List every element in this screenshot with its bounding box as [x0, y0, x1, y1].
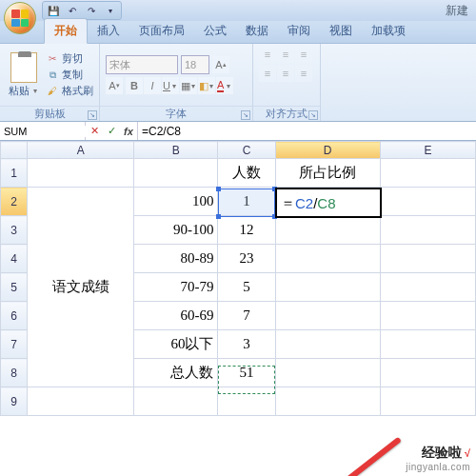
cell-d6[interactable]: [275, 302, 380, 330]
cell-d8[interactable]: [275, 359, 380, 387]
format-painter-button[interactable]: 🖌格式刷: [46, 84, 93, 98]
fill-color-button[interactable]: ◧▾: [198, 77, 215, 94]
select-all-corner[interactable]: [1, 142, 28, 159]
tab-addins[interactable]: 加载项: [362, 19, 415, 43]
cell-b7[interactable]: 60以下: [134, 330, 218, 359]
font-size-combo[interactable]: 18: [181, 55, 209, 74]
cell-b3[interactable]: 90-100: [134, 216, 218, 245]
font-name-combo[interactable]: 宋体: [106, 55, 178, 74]
save-icon[interactable]: 💾: [47, 4, 60, 17]
row-header-2[interactable]: 2: [1, 188, 28, 216]
tab-home[interactable]: 开始: [44, 18, 88, 44]
cell-b9[interactable]: [134, 387, 218, 416]
tab-insert[interactable]: 插入: [88, 19, 129, 43]
cell-d3[interactable]: [275, 216, 380, 245]
cell-c7[interactable]: 3: [218, 330, 275, 359]
cell-c2[interactable]: 1: [218, 188, 275, 216]
group-alignment: ≡ ≡ ≡ ≡ ≡ ≡ 对齐方式↘: [253, 44, 321, 121]
decrease-font-icon[interactable]: A▾: [106, 77, 123, 94]
cell-c3[interactable]: 12: [218, 216, 275, 245]
cell-c4[interactable]: 23: [218, 245, 275, 273]
align-center-icon[interactable]: ≡: [277, 65, 294, 82]
cell-b6[interactable]: 60-69: [134, 302, 218, 330]
cell-b8[interactable]: 总人数: [134, 359, 218, 387]
italic-button[interactable]: I: [144, 77, 161, 94]
row-header-6[interactable]: 6: [1, 302, 28, 330]
col-header-d[interactable]: D: [275, 142, 380, 159]
col-header-c[interactable]: C: [218, 142, 275, 159]
formula-input[interactable]: [138, 122, 476, 140]
paste-label: 粘贴: [9, 84, 30, 98]
align-bottom-icon[interactable]: ≡: [295, 46, 312, 63]
cell-e1[interactable]: [380, 159, 475, 188]
fx-icon[interactable]: fx: [120, 126, 137, 137]
cell-b5[interactable]: 70-79: [134, 273, 218, 302]
cell-b4[interactable]: 80-89: [134, 245, 218, 273]
cut-button[interactable]: ✂剪切: [46, 51, 93, 66]
cancel-formula-icon[interactable]: ✕: [86, 125, 103, 137]
cell-c6[interactable]: 7: [218, 302, 275, 330]
align-left-icon[interactable]: ≡: [259, 65, 276, 82]
cell-e6[interactable]: [380, 302, 475, 330]
cell-d4[interactable]: [275, 245, 380, 273]
qat-dropdown-icon[interactable]: ▾: [104, 4, 117, 17]
clipboard-dialog-launcher[interactable]: ↘: [88, 110, 97, 120]
cell-a1[interactable]: [28, 159, 134, 188]
cell-a9[interactable]: [28, 387, 134, 416]
row-header-7[interactable]: 7: [1, 330, 28, 359]
align-top-icon[interactable]: ≡: [259, 46, 276, 63]
copy-button[interactable]: ⧉复制: [46, 68, 93, 82]
tab-page-layout[interactable]: 页面布局: [129, 19, 194, 43]
cell-e2[interactable]: [380, 188, 475, 216]
cell-d7[interactable]: [275, 330, 380, 359]
col-header-b[interactable]: B: [134, 142, 218, 159]
align-middle-icon[interactable]: ≡: [277, 46, 294, 63]
bold-button[interactable]: B: [126, 77, 143, 94]
name-box[interactable]: ▾: [0, 122, 86, 140]
office-button[interactable]: [4, 2, 36, 34]
cell-d1[interactable]: 所占比例: [275, 159, 380, 188]
cell-e4[interactable]: [380, 245, 475, 273]
cell-b1[interactable]: [134, 159, 218, 188]
tab-formulas[interactable]: 公式: [194, 19, 236, 43]
font-dialog-launcher[interactable]: ↘: [241, 110, 250, 120]
align-right-icon[interactable]: ≡: [295, 65, 312, 82]
cell-e3[interactable]: [380, 216, 475, 245]
underline-button[interactable]: U▾: [162, 77, 179, 94]
border-button[interactable]: ▦▾: [180, 77, 197, 94]
worksheet[interactable]: A B C D E 1 人数 所占比例 2 语文成绩 100 1 3 90-10…: [0, 141, 476, 416]
undo-icon[interactable]: ↶: [66, 4, 79, 17]
row-header-5[interactable]: 5: [1, 273, 28, 302]
enter-formula-icon[interactable]: ✓: [103, 125, 120, 137]
cell-d9[interactable]: [275, 387, 380, 416]
group-font: 宋体 18 A▴ A▾ B I U▾ ▦▾ ◧▾ A▾ 字体↘: [100, 44, 253, 121]
cell-a-merged[interactable]: 语文成绩: [28, 188, 134, 387]
cell-e9[interactable]: [380, 387, 475, 416]
row-header-1[interactable]: 1: [1, 159, 28, 188]
cell-e5[interactable]: [380, 273, 475, 302]
paste-button[interactable]: 粘贴▾: [6, 52, 42, 98]
col-header-e[interactable]: E: [380, 142, 475, 159]
cell-c9[interactable]: [218, 387, 275, 416]
tab-data[interactable]: 数据: [236, 19, 278, 43]
cell-d5[interactable]: [275, 273, 380, 302]
cell-d2[interactable]: [275, 188, 380, 216]
redo-icon[interactable]: ↷: [85, 4, 98, 17]
alignment-dialog-launcher[interactable]: ↘: [308, 110, 318, 120]
tab-review[interactable]: 审阅: [278, 19, 320, 43]
col-header-a[interactable]: A: [28, 142, 134, 159]
row-header-9[interactable]: 9: [1, 387, 28, 416]
formula-bar: ▾ ✕ ✓ fx: [0, 122, 476, 141]
row-header-3[interactable]: 3: [1, 216, 28, 245]
cell-e8[interactable]: [380, 359, 475, 387]
cell-b2[interactable]: 100: [134, 188, 218, 216]
cell-c5[interactable]: 5: [218, 273, 275, 302]
increase-font-icon[interactable]: A▴: [212, 56, 229, 73]
cell-c8[interactable]: 51: [218, 359, 275, 387]
row-header-8[interactable]: 8: [1, 359, 28, 387]
cell-e7[interactable]: [380, 330, 475, 359]
row-header-4[interactable]: 4: [1, 245, 28, 273]
cell-c1[interactable]: 人数: [218, 159, 275, 188]
font-color-button[interactable]: A▾: [216, 77, 233, 94]
tab-view[interactable]: 视图: [320, 19, 362, 43]
